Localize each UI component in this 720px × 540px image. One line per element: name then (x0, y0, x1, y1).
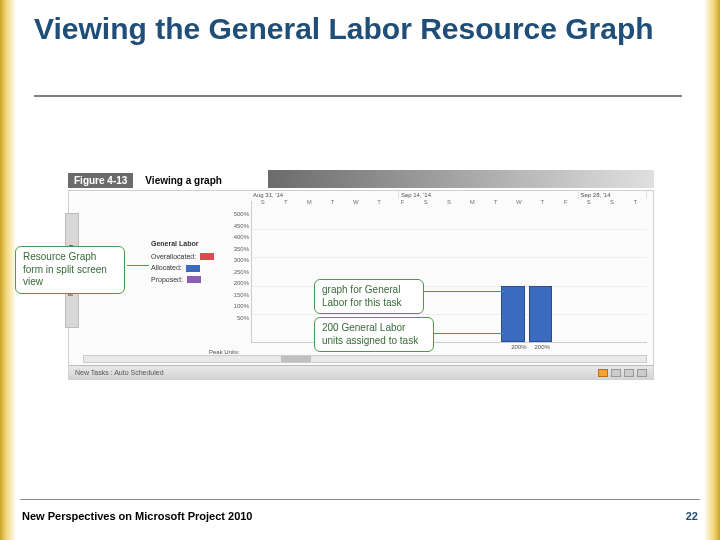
callout-graph-task: graph for General Labor for this task (314, 279, 424, 314)
legend-item-allocated: Allocated: (151, 263, 229, 274)
scroll-thumb[interactable] (281, 356, 311, 362)
bar-2 (529, 286, 553, 342)
title-rule (34, 95, 682, 97)
status-bar: New Tasks : Auto Scheduled (69, 365, 653, 379)
figure-number: Figure 4-13 (68, 173, 133, 188)
legend-title: General Labor (151, 239, 229, 250)
footer-text: New Perspectives on Microsoft Project 20… (22, 510, 252, 522)
view-icon-2[interactable] (611, 369, 621, 377)
horizontal-scrollbar[interactable] (83, 355, 647, 363)
y-axis: 500% 450% 400% 350% 300% 250% 200% 150% … (229, 209, 249, 324)
status-text: New Tasks : Auto Scheduled (75, 369, 164, 376)
footer-rule (20, 499, 700, 500)
legend-item-proposed: Proposed: (151, 275, 229, 286)
figure-caption: Viewing a graph (141, 173, 226, 188)
figure-header: Figure 4-13 Viewing a graph (68, 170, 654, 190)
chart-date-row: Aug 31, '14 Sep 14, '14 Sep 28, '14 (251, 191, 647, 199)
legend-item-overallocated: Overallocated: (151, 252, 229, 263)
figure: Figure 4-13 Viewing a graph Resource Gra… (68, 170, 654, 390)
figure-body: Resource Graph General Labor Overallocat… (68, 190, 654, 380)
callout-split-screen: Resource Graph form in split screen view (15, 246, 125, 294)
view-icon-3[interactable] (624, 369, 634, 377)
legend: General Labor Overallocated: Allocated: … (151, 239, 229, 286)
view-icon-1[interactable] (598, 369, 608, 377)
page-title: Viewing the General Labor Resource Graph (34, 12, 654, 46)
view-icon-4[interactable] (637, 369, 647, 377)
chart-area (251, 201, 647, 343)
callout-units: 200 General Labor units assigned to task (314, 317, 434, 352)
bar-1 (501, 286, 525, 342)
page-number: 22 (686, 510, 698, 522)
units-row: 200% 200% (251, 344, 647, 355)
